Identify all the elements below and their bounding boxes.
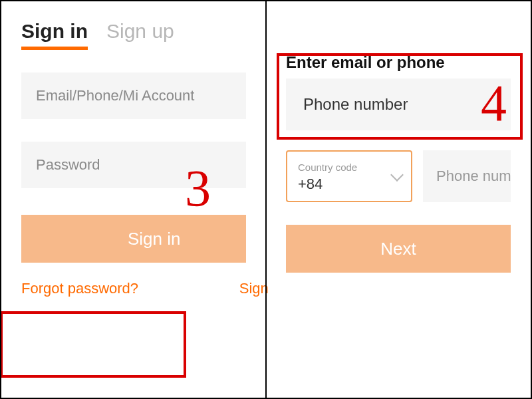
signin-panel: Sign in Sign up Email/Phone/Mi Account P… — [1, 1, 266, 398]
links-row: Forgot password? Sign — [21, 280, 269, 297]
recovery-panel: Enter email or phone Phone number Countr… — [266, 1, 531, 398]
tab-signin[interactable]: Sign in — [21, 20, 88, 50]
identity-input[interactable]: Email/Phone/Mi Account — [21, 72, 246, 119]
phone-number-input[interactable]: Phone num — [423, 150, 511, 202]
tab-signup[interactable]: Sign up — [106, 20, 174, 47]
password-input[interactable]: Password — [21, 142, 246, 188]
forgot-password-link[interactable]: Forgot password? — [21, 280, 138, 297]
country-code-label: Country code — [298, 162, 402, 173]
signup-link-truncated[interactable]: Sign — [239, 280, 269, 297]
recovery-title: Enter email or phone — [286, 53, 511, 72]
annotation-box-forgot — [0, 311, 186, 378]
next-button[interactable]: Next — [286, 225, 511, 273]
phone-row: Country code +84 Phone num — [286, 150, 511, 202]
signin-button[interactable]: Sign in — [21, 215, 246, 263]
country-code-value: +84 — [298, 176, 402, 193]
auth-tabs: Sign in Sign up — [21, 20, 246, 50]
option-phone-number[interactable]: Phone number — [286, 78, 511, 130]
tutorial-frame: Sign in Sign up Email/Phone/Mi Account P… — [0, 0, 532, 399]
country-code-select[interactable]: Country code +84 — [286, 150, 412, 202]
